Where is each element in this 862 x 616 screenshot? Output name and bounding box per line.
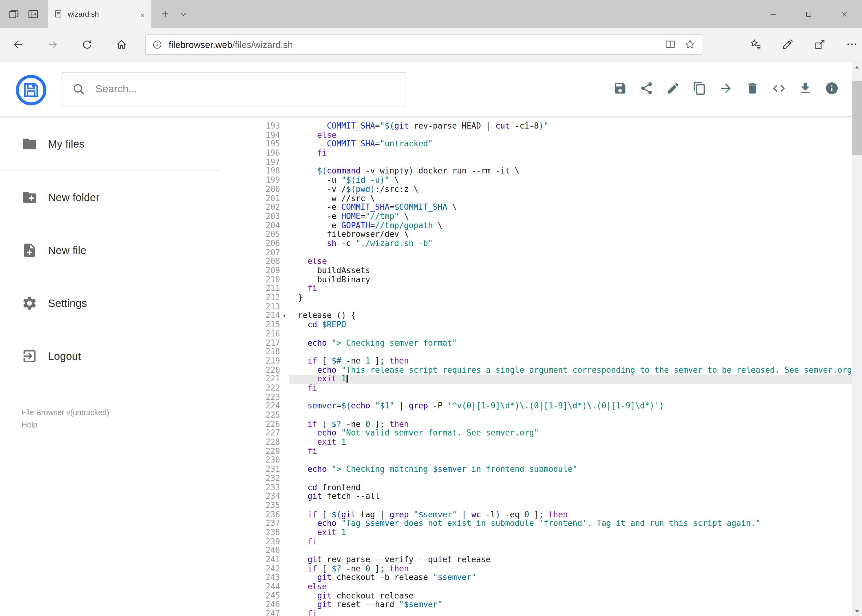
code-editor[interactable]: 193 COMMIT_SHA="$(git rev-parse HEAD | c… <box>222 118 862 616</box>
browser-tab[interactable]: wizard.sh <box>48 0 151 28</box>
code-line[interactable]: 246 git reset --hard "$semver" <box>222 600 862 610</box>
code-line[interactable]: 240 <box>222 547 862 555</box>
code-line[interactable]: 218 <box>222 347 862 357</box>
scroll-up-arrow[interactable] <box>851 62 862 72</box>
code-line[interactable]: 197 <box>222 158 862 167</box>
code-line[interactable]: 229 fi <box>222 447 862 456</box>
tab-preview-icon[interactable] <box>7 8 20 20</box>
code-line[interactable]: 213 <box>222 303 862 311</box>
code-line[interactable]: 230 <box>222 456 862 465</box>
code-line[interactable]: 196 fi <box>222 149 862 158</box>
code-line[interactable]: 193 COMMIT_SHA="$(git rev-parse HEAD | c… <box>222 122 862 131</box>
code-line[interactable]: 233 cd frontend <box>222 483 862 492</box>
info-button[interactable] <box>818 75 845 102</box>
copy-button[interactable] <box>686 75 712 102</box>
code-line[interactable]: 199 -u "$(id -u)" \ <box>222 176 862 185</box>
code-line[interactable]: 225 <box>222 411 862 420</box>
code-line[interactable]: 235 <box>222 501 862 510</box>
code-line[interactable]: 227 echo "Not valid semver format. See s… <box>222 429 862 438</box>
code-line[interactable]: 216 <box>222 330 862 339</box>
sidebar-item-new-folder[interactable]: New folder <box>0 171 222 224</box>
minimize-button[interactable] <box>755 0 791 28</box>
code-line[interactable]: 205 filebrowser/dev \ <box>222 230 862 239</box>
hub-favorites-icon[interactable] <box>745 34 766 55</box>
code-line[interactable]: 237 echo "Tag $semver does not exist in … <box>222 519 862 528</box>
address-bar[interactable]: filebrowser.web/files/wizard.sh <box>145 34 702 55</box>
code-line[interactable]: 203 -e HOME="//tmp" \ <box>222 212 862 221</box>
forward-button[interactable] <box>42 34 63 55</box>
code-line[interactable]: 224 semver=$(echo "$1" | grep -P '^v(0|[… <box>222 402 862 411</box>
code-line[interactable]: 219 if [ $# -ne 1 ]; then <box>222 357 862 366</box>
sidebar-item-logout[interactable]: Logout <box>0 330 222 383</box>
code-line[interactable]: 238 exit 1 <box>222 528 862 537</box>
code-line[interactable]: 209 buildAssets <box>222 266 862 275</box>
tab-list-chevron-icon[interactable] <box>178 9 188 19</box>
favorite-star-icon[interactable] <box>684 39 695 50</box>
code-line[interactable]: 222 fi <box>222 384 862 393</box>
code-line[interactable]: 195 COMMIT_SHA="untracked" <box>222 140 862 149</box>
home-button[interactable] <box>111 34 132 55</box>
code-line[interactable]: 220 echo "This release script requires a… <box>222 366 862 375</box>
code-line[interactable]: 200 -v /$(pwd):/src:z \ <box>222 185 862 194</box>
delete-button[interactable] <box>739 75 765 102</box>
set-tabs-aside-icon[interactable] <box>27 8 39 20</box>
code-line[interactable]: 232 <box>222 474 862 483</box>
filebrowser-logo[interactable] <box>16 74 47 106</box>
scrollbar-thumb[interactable] <box>851 81 862 155</box>
code-line[interactable]: 210 buildBinary <box>222 275 862 284</box>
sidebar-item-my-files[interactable]: My files <box>0 118 222 171</box>
code-line[interactable]: 201 -w //src \ <box>222 194 862 203</box>
code-line[interactable]: 231 echo "> Checking matching $semver in… <box>222 465 862 474</box>
share-button[interactable] <box>633 75 660 102</box>
raw-view-button[interactable] <box>765 75 792 102</box>
code-line[interactable]: 206 sh -c "./wizard.sh -b" <box>222 239 862 248</box>
save-button[interactable] <box>607 75 633 102</box>
code-line[interactable]: 212} <box>222 293 862 302</box>
web-note-pen-icon[interactable] <box>777 34 798 55</box>
help-link[interactable]: Help <box>22 419 109 431</box>
code-line[interactable]: 228 exit 1 <box>222 438 862 447</box>
maximize-button[interactable] <box>791 0 826 28</box>
code-line[interactable]: 202 -e COMMIT_SHA=$COMMIT_SHA \ <box>222 203 862 212</box>
more-menu-icon[interactable] <box>841 34 862 55</box>
close-window-button[interactable] <box>826 0 862 28</box>
rename-button[interactable] <box>660 75 686 102</box>
code-line[interactable]: 221 exit 1 <box>222 375 862 384</box>
code-line[interactable]: 198 $(command -v winpty) docker run --rm… <box>222 167 862 176</box>
search-box[interactable] <box>61 72 406 107</box>
code-line[interactable]: 244 else <box>222 583 862 591</box>
code-line[interactable]: 242 if [ $? -ne 0 ]; then <box>222 564 862 573</box>
code-line[interactable]: 204 -e GOPATH=//tmp/gopath \ <box>222 221 862 230</box>
code-line[interactable]: 207 <box>222 248 862 257</box>
code-line[interactable]: 214▾release () { <box>222 311 862 321</box>
share-page-icon[interactable] <box>809 34 830 55</box>
code-line[interactable]: 241 git rev-parse --verify --quiet relea… <box>222 555 862 564</box>
code-line[interactable]: 245 git checkout release <box>222 592 862 600</box>
fold-marker-icon[interactable]: ▾ <box>280 311 289 321</box>
code-line[interactable]: 234 git fetch --all <box>222 492 862 501</box>
tab-close-icon[interactable] <box>139 11 146 17</box>
sidebar-item-settings[interactable]: Settings <box>0 277 222 330</box>
code-line[interactable]: 236 if [ $(git tag | grep "$semver" | wc… <box>222 510 862 519</box>
code-line[interactable]: 226 if [ $? -ne 0 ]; then <box>222 420 862 429</box>
site-info-icon[interactable] <box>152 39 162 50</box>
scroll-down-arrow[interactable] <box>851 605 862 616</box>
version-link[interactable]: File Browser v(untracked) <box>22 407 109 419</box>
search-input[interactable] <box>94 82 396 96</box>
code-line[interactable]: 211 fi <box>222 284 862 293</box>
new-tab-button[interactable] <box>160 9 170 19</box>
code-line[interactable]: 247 fi <box>222 610 862 616</box>
reading-view-icon[interactable] <box>665 39 676 50</box>
code-line[interactable]: 217 echo "> Checking semver format" <box>222 339 862 347</box>
code-line[interactable]: 243 git checkout -b release "$semver" <box>222 574 862 583</box>
code-line[interactable]: 208 else <box>222 258 862 266</box>
code-line[interactable]: 215 cd $REPO <box>222 321 862 329</box>
code-line[interactable]: 239 fi <box>222 537 862 546</box>
move-button[interactable] <box>712 75 739 102</box>
code-line[interactable]: 194 else <box>222 131 862 140</box>
sidebar-item-new-file[interactable]: New file <box>0 224 222 277</box>
scrollbar-track[interactable] <box>851 72 862 605</box>
code-line[interactable]: 223 <box>222 393 862 402</box>
back-button[interactable] <box>7 34 28 55</box>
download-button[interactable] <box>792 75 818 102</box>
